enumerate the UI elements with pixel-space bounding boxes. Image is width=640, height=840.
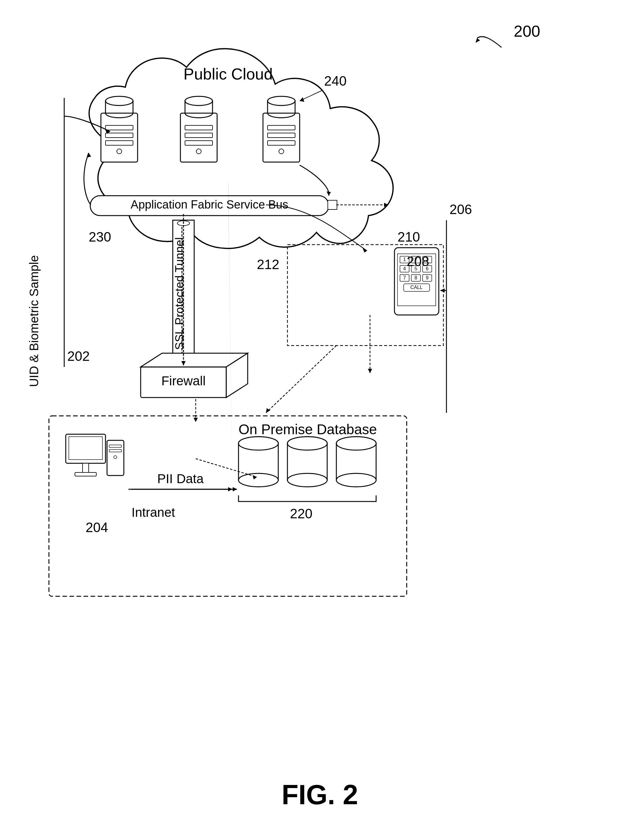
svg-rect-41 bbox=[83, 463, 89, 472]
svg-text:CALL: CALL bbox=[410, 285, 422, 290]
firewall-label: Firewall bbox=[162, 374, 206, 388]
svg-rect-40 bbox=[69, 437, 102, 459]
svg-rect-42 bbox=[75, 472, 96, 476]
svg-text:1: 1 bbox=[403, 257, 406, 262]
ref-208: 208 bbox=[407, 254, 429, 269]
svg-point-61 bbox=[336, 437, 376, 450]
ref-204: 204 bbox=[86, 520, 108, 535]
svg-rect-29 bbox=[328, 200, 337, 210]
svg-point-60 bbox=[336, 474, 376, 487]
svg-rect-0 bbox=[0, 0, 640, 840]
diagram-container: 200 Public Cloud bbox=[0, 0, 640, 840]
db-cylinder-1 bbox=[238, 437, 278, 487]
ref-212: 212 bbox=[257, 257, 279, 272]
db-cylinder-3 bbox=[336, 437, 376, 487]
svg-point-25 bbox=[267, 96, 295, 106]
svg-text:4: 4 bbox=[403, 266, 406, 271]
pii-data-label: PII Data bbox=[157, 472, 204, 486]
svg-text:9: 9 bbox=[426, 275, 429, 280]
svg-point-9 bbox=[106, 96, 133, 106]
uid-biometric-label: UID & Biometric Sample bbox=[27, 255, 41, 387]
ref-210: 210 bbox=[397, 229, 420, 244]
ref-200: 200 bbox=[514, 22, 540, 40]
ref-220: 220 bbox=[290, 506, 312, 521]
svg-text:8: 8 bbox=[414, 275, 418, 280]
intranet-label: Intranet bbox=[131, 505, 175, 520]
on-premise-label: On Premise Database bbox=[238, 421, 377, 437]
server-2 bbox=[181, 96, 217, 162]
svg-point-57 bbox=[288, 437, 327, 450]
ref-230: 230 bbox=[89, 229, 111, 244]
ref-206: 206 bbox=[450, 202, 472, 217]
afsb-label: Application Fabric Service Bus bbox=[131, 198, 288, 211]
db-cylinder-2 bbox=[288, 437, 327, 487]
ssl-label: SSL Protected Tunnel bbox=[173, 237, 186, 350]
svg-point-52 bbox=[238, 474, 278, 487]
ref-202: 202 bbox=[67, 349, 90, 363]
public-cloud-label: Public Cloud bbox=[184, 65, 273, 83]
svg-text:7: 7 bbox=[403, 275, 406, 280]
svg-point-56 bbox=[288, 474, 327, 487]
svg-point-17 bbox=[185, 96, 213, 106]
server-3 bbox=[263, 96, 300, 162]
ref-240: 240 bbox=[324, 74, 346, 88]
fig-label: FIG. 2 bbox=[282, 779, 358, 810]
svg-point-53 bbox=[238, 437, 278, 450]
firewall-box: Firewall bbox=[141, 353, 248, 398]
application-fabric-service-bus: Application Fabric Service Bus bbox=[90, 196, 337, 216]
